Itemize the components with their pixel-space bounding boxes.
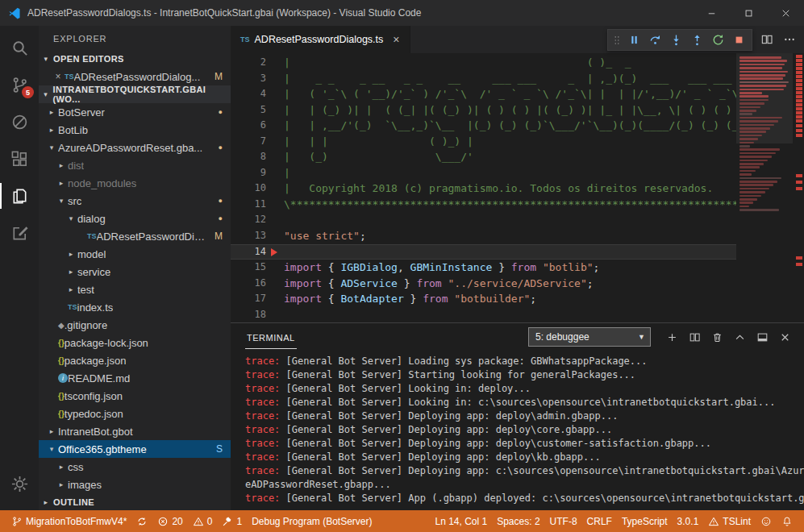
code-line-18[interactable]: 18 (231, 307, 736, 322)
code-line-11[interactable]: 11\*************************************… (231, 197, 736, 213)
file-index-ts[interactable]: TSindex.ts (39, 298, 231, 316)
code-line-4[interactable]: 4| ( '_`\ ( '__)/'_` ) /'_`\ /' _ ` _ `\… (231, 86, 736, 102)
json-file-icon: {} (58, 392, 65, 401)
step-over-button[interactable] (644, 31, 665, 50)
activity-item-edit[interactable] (0, 214, 39, 251)
file-adresetpassworddial[interactable]: TSADResetPasswordDial...M (39, 227, 231, 245)
activity-item-extensions[interactable] (0, 140, 39, 177)
file-tsconfig-json[interactable]: {}tsconfig.json (39, 387, 231, 405)
code-line-9[interactable]: 9| | (231, 165, 736, 181)
open-editor-adresetpassworddialog[interactable]: ×TSADResetPasswordDialog...M (39, 68, 231, 85)
status-ts-version[interactable]: 3.0.1 (673, 510, 704, 532)
status-notifications[interactable] (777, 510, 798, 532)
status-indentation[interactable]: Spaces: 2 (492, 510, 544, 532)
file-typedoc-json[interactable]: {}typedoc.json (39, 405, 231, 422)
folder-office365-gbtheme[interactable]: ▾Office365.gbthemeS (39, 440, 231, 458)
close-button[interactable] (767, 0, 804, 26)
open-editors-header[interactable]: ▾ OPEN EDITORS (39, 50, 231, 68)
outline-header[interactable]: ▸ OUTLINE (39, 493, 231, 510)
folder-azureadpasswordreset-gba[interactable]: ▾AzureADPasswordReset.gba...● (39, 139, 231, 156)
settings-gear-icon[interactable] (0, 465, 39, 502)
activity-item-source-control[interactable]: 5 (0, 66, 39, 103)
code-line-8[interactable]: 8| (_) \___/' | (231, 149, 736, 165)
code-editor[interactable]: 2| ( )_ _ |3| _ _ _ __ _ _ __ ___ ___ _ … (231, 53, 804, 322)
folder-dist[interactable]: ▸dist (39, 156, 231, 174)
status-language-mode[interactable]: TypeScript (617, 510, 673, 532)
code-line-5[interactable]: 5| | (_) )| | ( (_| |( (_) )| ( ) ( ) |(… (231, 102, 736, 118)
folder-images[interactable]: ▸images (39, 476, 231, 493)
maximize-panel-button[interactable] (730, 327, 749, 347)
code-line-10[interactable]: 10| Copyright 2018 (c) pragmatismo.io. T… (231, 181, 736, 197)
stop-button[interactable] (728, 31, 749, 50)
status-tslint-status[interactable]: TSLint (703, 510, 756, 532)
folder-botserver[interactable]: ▸BotServer● (39, 103, 231, 121)
status-git-branch-indicator[interactable]: MigrationToBotFmwV4* (6, 510, 131, 532)
close-panel-button[interactable] (775, 327, 794, 347)
code-line-12[interactable]: 12 (231, 212, 736, 228)
status-debug-target[interactable]: Debug Program (BotServer) (247, 510, 377, 532)
tab-adresetpassworddialogs-ts[interactable]: TS ADResetPasswordDialogs.ts × (231, 26, 410, 53)
restart-button[interactable] (707, 31, 728, 50)
editor-actions (760, 26, 796, 53)
code-line-15[interactable]: 15import { IGBDialog, GBMinInstance } fr… (231, 260, 736, 276)
minimize-button[interactable] (693, 0, 730, 26)
status-feedback[interactable] (756, 510, 777, 532)
gutter-decoration (266, 197, 284, 213)
more-actions-button[interactable] (783, 33, 796, 46)
activity-item-search[interactable] (0, 29, 39, 66)
status-eol[interactable]: CRLF (582, 510, 617, 532)
code-line-6[interactable]: 6| | ,__/'(_) `\__,_)`\__ |(_) (_) (_)`\… (231, 118, 736, 134)
status-build-count[interactable]: 1 (217, 510, 247, 532)
file-package-lock-json[interactable]: {}package-lock.json (39, 334, 231, 351)
terminal-tab[interactable]: TERMINAL (245, 326, 297, 349)
status-warnings-count[interactable]: 0 (188, 510, 218, 532)
code-line-17[interactable]: 17import { BotAdapter } from "botbuilder… (231, 291, 736, 307)
gutter-decoration (266, 244, 284, 260)
code-line-3[interactable]: 3| _ _ _ __ _ _ __ ___ ___ _ | ,_)(_) __… (231, 71, 736, 87)
code-line-7[interactable]: 7| | | ( )_) | | (231, 134, 736, 150)
folder-src[interactable]: ▾src● (39, 192, 231, 210)
code-line-2[interactable]: 2| ( )_ _ | (231, 55, 736, 71)
code-line-16[interactable]: 16import { ADService } from "../service/… (231, 276, 736, 292)
split-terminal-button[interactable] (685, 327, 704, 347)
folder-intranetbot-gbot[interactable]: ▸IntranetBot.gbot (39, 422, 231, 440)
file-readme-md[interactable]: iREADME.md (39, 369, 231, 387)
workspace-header[interactable]: ▾ INTRANETBOTQUICKSTART.GBAI (WO... (39, 85, 231, 103)
code-line-14[interactable]: 14 (231, 244, 736, 260)
status-sync-button[interactable] (131, 510, 152, 532)
kill-terminal-button[interactable] (707, 327, 727, 347)
terminal-output[interactable]: trace: [General Bot Server] Loading sys … (231, 351, 804, 510)
step-out-button[interactable] (686, 31, 707, 50)
drag-grip-icon[interactable] (610, 33, 623, 48)
code-line-13[interactable]: 13"use strict"; (231, 228, 736, 244)
step-into-button[interactable] (665, 31, 686, 50)
folder-node-modules[interactable]: ▸node_modules (39, 174, 231, 192)
folder-dialog[interactable]: ▾dialog● (39, 210, 231, 227)
pause-button[interactable] (623, 31, 644, 50)
status-encoding[interactable]: UTF-8 (545, 510, 582, 532)
folder-service[interactable]: ▸service (39, 263, 231, 281)
file-gitignore[interactable]: ◆.gitignore (39, 316, 231, 334)
status-cursor-position[interactable]: Ln 14, Col 1 (430, 510, 492, 532)
gutter-decoration (266, 102, 284, 118)
maximize-button[interactable] (730, 0, 767, 26)
debug-toolbar (607, 29, 752, 51)
folder-model[interactable]: ▸model (39, 245, 231, 263)
split-editor-button[interactable] (760, 33, 773, 46)
folder-botlib[interactable]: ▸BotLib (39, 121, 231, 139)
gutter-decoration (266, 260, 284, 276)
new-terminal-button[interactable] (662, 327, 681, 347)
move-panel-button[interactable] (752, 327, 772, 347)
tab-close-icon[interactable]: × (393, 33, 399, 46)
activity-item-debug[interactable] (0, 103, 39, 140)
status-errors-count[interactable]: 20 (152, 510, 187, 532)
terminal-selector[interactable]: 5: debuggee ▼ (528, 327, 651, 347)
minimap-line (739, 95, 769, 98)
minimap[interactable] (736, 53, 793, 322)
gutter-decoration (266, 212, 284, 228)
activity-item-explorer[interactable] (0, 177, 39, 214)
close-icon[interactable]: × (52, 71, 65, 82)
folder-css[interactable]: ▸css (39, 458, 231, 476)
folder-test[interactable]: ▸test (39, 281, 231, 298)
file-package-json[interactable]: {}package.json (39, 351, 231, 369)
